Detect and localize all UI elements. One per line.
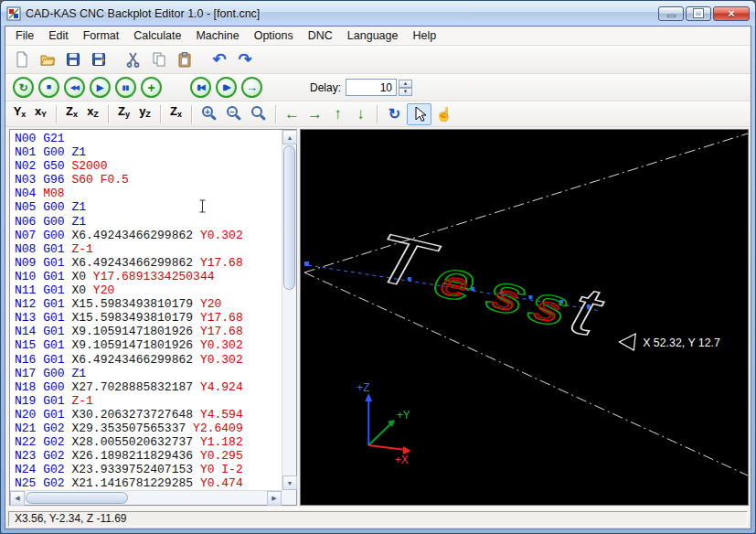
scroll-down-icon: ▼ [287,480,293,486]
horizontal-scroll-thumb[interactable] [26,492,128,504]
paste-button[interactable] [172,48,197,71]
backplot-canvas[interactable]: T e s s t e s s X 52.32, Y 12.7 [300,129,749,506]
window-client-area: FileEditFormatCalculateMachineOptionsDNC… [5,26,751,529]
open-folder-icon [38,50,57,69]
code-line: N11 G01 X0 Y20 [15,283,280,297]
view-xZ-button[interactable]: xZ [82,104,103,124]
undo-button[interactable]: ↶ [207,48,232,71]
pan-left-button[interactable]: ← [281,104,303,124]
ibeam-cursor [198,199,207,217]
redo-icon: ↷ [238,51,251,68]
save-file-button[interactable] [60,48,86,71]
code-line: N07 G00 X6.49243466299862 Y0.302 [15,229,280,242]
view-Zy-button[interactable]: Zy [113,104,134,124]
pan-hand-button[interactable]: ☝ [431,103,456,125]
copy-button[interactable] [146,48,172,71]
cut-button[interactable] [121,48,146,71]
open-file-button[interactable] [35,48,60,71]
editor-horizontal-scrollbar[interactable]: ◀ ▶ [10,490,282,505]
pan-up-button[interactable]: ↑ [326,104,349,124]
view-Zx-button[interactable]: Zx [61,104,82,124]
menu-item-options[interactable]: Options [247,27,301,44]
scrollbar-corner [282,490,296,505]
menu-item-dnc[interactable]: DNC [301,27,340,44]
code-line: N22 G02 X28.0055020632737 Y1.182 [15,435,280,449]
save-file-as-button[interactable] [86,48,112,71]
editor-vertical-scrollbar[interactable]: ▲ ▼ [282,130,296,490]
pan-up-icon: ↑ [334,105,342,123]
menu-item-file[interactable]: File [8,27,41,44]
minimize-icon [667,15,676,17]
pan-arrow-buttons: ←→↑↓ [281,104,372,124]
gcode-editor[interactable]: N00 G21N01 G00 Z1N02 G50 S2000N03 G96 S6… [9,129,297,506]
maximize-button[interactable] [686,6,711,21]
step-forward-button[interactable]: ▮▶ [216,77,237,98]
status-coordinates: X3.56, Y-2.34, Z -11.69 [15,512,127,525]
skip-to-end-icon: → [246,81,258,93]
pan-down-button[interactable]: ↓ [349,104,372,124]
insert-button[interactable]: + [141,77,162,98]
play-button[interactable]: ▶ [90,77,111,98]
menu-item-calculate[interactable]: Calculate [126,27,188,44]
view-label-main: x [87,105,93,117]
status-cell: X3.56, Y-2.34, Z -11.69 [8,511,748,527]
pan-right-button[interactable]: → [303,104,326,124]
menu-item-machine[interactable]: Machine [188,27,246,44]
redo-button[interactable]: ↷ [232,48,258,71]
rewind-button[interactable]: ◀◀ [64,77,85,98]
skip-to-end-button[interactable]: → [241,77,262,98]
view-Yx-button[interactable]: Yx [9,104,30,124]
code-line: N00 G21 [15,132,280,145]
test-text-outline: T e s s t e s s [355,220,622,348]
scroll-down-button[interactable]: ▼ [282,475,297,490]
titlebar[interactable]: CAD-KAS CNC Backplot Editor 1.0 - [font.… [1,1,755,26]
undo-icon: ↶ [212,51,226,68]
new-file-button[interactable] [9,48,35,71]
menu-item-help[interactable]: Help [405,27,443,44]
delay-down-button[interactable]: ▼ [399,88,412,96]
window-title: CAD-KAS CNC Backplot Editor 1.0 - [font.… [26,7,658,20]
separator [160,105,161,123]
file-toolbar: ↶ ↷ [5,46,751,74]
delay-up-button[interactable]: ▲ [399,80,412,88]
copy-icon [150,50,168,69]
insert-icon: + [147,81,154,94]
restart-button[interactable]: ↻ [13,77,34,98]
minimize-button[interactable] [658,6,684,21]
scroll-left-button[interactable]: ◀ [10,491,25,506]
view-label-main: y [139,105,145,117]
menu-item-edit[interactable]: Edit [41,27,76,44]
view-xY-button[interactable]: xY [30,104,51,124]
pause-button[interactable]: ▮▮ [115,77,136,98]
position-marker: X 52.32, Y 12.7 [619,334,720,350]
code-line: N12 G01 X15.5983493810179 Y20 [15,297,280,311]
rotate-view-button[interactable]: ↻ [382,103,407,125]
separator [275,105,276,123]
vertical-scroll-thumb[interactable] [283,145,295,290]
zoom-sign: + [202,107,213,117]
select-pointer-button[interactable] [407,103,431,125]
zoom-out-button[interactable]: − [221,104,246,124]
menu-item-format[interactable]: Format [76,27,127,44]
stop-button[interactable]: ■ [38,77,59,98]
scroll-up-button[interactable]: ▲ [282,130,297,144]
skip-to-start-button[interactable]: ▮◀ [190,77,211,98]
zoom-reset-button[interactable] [246,104,271,124]
scroll-right-button[interactable]: ▶ [267,491,282,506]
view-label-sub: Y [41,111,47,119]
skip-to-start-icon: ▮◀ [197,84,205,91]
playback-toolbar: ↻■◀◀▶▮▮+▮◀▮▶→ Delay: ▲ ▼ [5,74,751,101]
delay-input[interactable] [346,79,397,96]
code-line: N14 G01 X9.10591471801926 Y17.68 [15,325,280,338]
view-yZ-button[interactable]: yZ [134,104,155,124]
main-content: N00 G21N01 G00 Z1N02 G50 S2000N03 G96 S6… [5,127,751,507]
zoom-in-button[interactable]: + [197,104,221,124]
delay-spinner: ▲ ▼ [399,80,412,96]
close-button[interactable]: × [713,6,750,21]
code-line: N04 M08 [15,187,280,200]
menu-item-language[interactable]: Language [340,27,406,44]
menu-bar: FileEditFormatCalculateMachineOptionsDNC… [5,27,751,46]
gcode-text[interactable]: N00 G21N01 G00 Z1N02 G50 S2000N03 G96 S6… [15,132,280,489]
code-line: N03 G96 S60 F0.5 [15,173,280,187]
view-Zx-button[interactable]: Zx [165,104,186,124]
